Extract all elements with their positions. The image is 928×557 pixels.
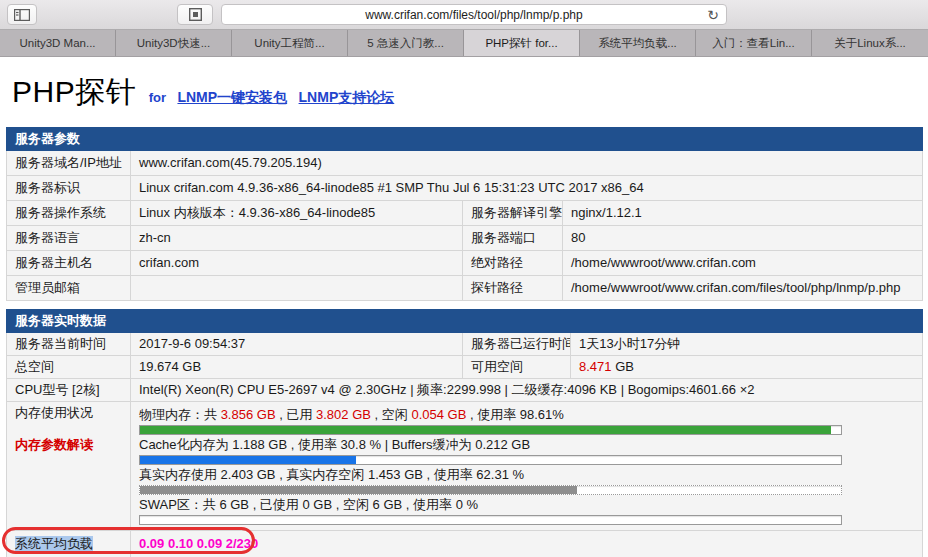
port-label: 服务器端口 [463, 226, 563, 251]
table-row: 服务器操作系统 Linux 内核版本：4.9.36-x86_64-linode8… [7, 201, 923, 226]
tab-unity3d-man[interactable]: Unity3D Man... [0, 30, 116, 56]
browser-toolbar: www.crifan.com/files/tool/php/lnmp/p.php… [0, 0, 928, 30]
table-row: 服务器域名/IP地址 www.crifan.com(45.79.205.194) [7, 151, 923, 176]
free-space-label: 可用空间 [463, 356, 571, 379]
probe-path-label: 探针路径 [463, 276, 563, 301]
swap-bar [139, 515, 842, 525]
memory-detail-cell: 物理内存：共 3.856 GB , 已用 3.802 GB , 空闲 0.054… [131, 402, 923, 531]
os-value: Linux 内核版本：4.9.36-x86_64-linode85 [131, 201, 463, 226]
table-row: 服务器标识 Linux crifan.com 4.9.36-x86_64-lin… [7, 176, 923, 201]
load-average-label-cell: 系统平均负载 [7, 531, 131, 557]
table-row: 服务器语言 zh-cn 服务器端口 80 [7, 226, 923, 251]
sidebar-button[interactable] [7, 4, 37, 25]
tab-unity-project[interactable]: Unity工程简... [232, 30, 348, 56]
url-bar[interactable]: www.crifan.com/files/tool/php/lnmp/p.php… [221, 4, 727, 25]
section-header-realtime: 服务器实时数据 [7, 310, 923, 333]
memory-params-link[interactable]: 内存参数解读 [15, 437, 122, 453]
engine-value: nginx/1.12.1 [563, 201, 923, 226]
load-average-value-cell: 0.09 0.10 0.09 2/230 [131, 531, 923, 557]
table-row: 服务器主机名 crifan.com 绝对路径 /home/wwwroot/www… [7, 251, 923, 276]
table-row: 管理员邮箱 探针路径 /home/wwwroot/www.crifan.com/… [7, 276, 923, 301]
language-label: 服务器语言 [7, 226, 131, 251]
probe-path-value: /home/wwwroot/www.crifan.com/files/tool/… [563, 276, 923, 301]
hostname-value: crifan.com [131, 251, 463, 276]
tab-quick-tutorial[interactable]: 5 急速入门教... [348, 30, 464, 56]
page-content: PHP探针 for LNMP一键安装包 LNMP支持论坛 服务器参数 服务器域名… [0, 57, 928, 557]
page-title: PHP探针 [12, 75, 136, 108]
engine-label: 服务器解译引擎 [463, 201, 563, 226]
section-header-params: 服务器参数 [7, 128, 923, 151]
physical-memory-bar [139, 425, 842, 435]
link-lnmp-forum[interactable]: LNMP支持论坛 [299, 89, 395, 105]
tab-intro-linux[interactable]: 入门：查看Lin... [696, 30, 812, 56]
cache-memory-bar [139, 455, 842, 465]
cache-memory-text: Cache化内存为 1.188 GB , 使用率 30.8 % | Buffer… [139, 437, 914, 453]
current-time-label: 服务器当前时间 [7, 333, 131, 356]
physical-memory-text: 物理内存：共 3.856 GB , 已用 3.802 GB , 空闲 0.054… [139, 407, 914, 423]
abs-path-label: 绝对路径 [463, 251, 563, 276]
real-memory-text: 真实内存使用 2.403 GB , 真实内存空闲 1.453 GB , 使用率 … [139, 467, 914, 483]
load-average-value: 0.09 0.10 0.09 2/230 [139, 536, 258, 551]
uptime-value: 1天13小时17分钟 [571, 333, 923, 356]
for-text: for [149, 90, 166, 105]
domain-label: 服务器域名/IP地址 [7, 151, 131, 176]
url-text: www.crifan.com/files/tool/php/lnmp/p.php [365, 8, 582, 22]
admin-email-label: 管理员邮箱 [7, 276, 131, 301]
free-space-value: 8.471 GB [571, 356, 923, 379]
tab-bar: Unity3D Man... Unity3D快速... Unity工程简... … [0, 30, 928, 57]
load-average-row: 系统平均负载 0.09 0.10 0.09 2/230 [7, 531, 923, 557]
tab-php-probe[interactable]: PHP探针 for... [464, 30, 580, 56]
link-lnmp-installer[interactable]: LNMP一键安装包 [177, 89, 287, 105]
page-header: PHP探针 for LNMP一键安装包 LNMP支持论坛 [0, 72, 928, 127]
realtime-table: 服务器实时数据 服务器当前时间 2017-9-6 09:54:37 服务器已运行… [6, 309, 923, 557]
table-row: 总空间 19.674 GB 可用空间 8.471 GB [7, 356, 923, 379]
server-id-label: 服务器标识 [7, 176, 131, 201]
admin-email-value [131, 276, 463, 301]
tab-overview-button[interactable] [177, 4, 213, 25]
memory-label-cell: 内存使用状况 内存参数解读 [7, 402, 131, 531]
server-params-table: 服务器参数 服务器域名/IP地址 www.crifan.com(45.79.20… [6, 127, 923, 301]
cpu-label: CPU型号 [2核] [7, 379, 131, 402]
uptime-label: 服务器已运行时间 [463, 333, 571, 356]
abs-path-value: /home/wwwroot/www.crifan.com [563, 251, 923, 276]
domain-value: www.crifan.com(45.79.205.194) [131, 151, 923, 176]
language-value: zh-cn [131, 226, 463, 251]
table-row: CPU型号 [2核] Intel(R) Xeon(R) CPU E5-2697 … [7, 379, 923, 402]
free-space-number: 8.471 [579, 359, 612, 374]
current-time-value: 2017-9-6 09:54:37 [131, 333, 463, 356]
memory-row: 内存使用状况 内存参数解读 物理内存：共 3.856 GB , 已用 3.802… [7, 402, 923, 531]
os-label: 服务器操作系统 [7, 201, 131, 226]
cpu-value: Intel(R) Xeon(R) CPU E5-2697 v4 @ 2.30GH… [131, 379, 923, 402]
reload-icon[interactable]: ↻ [707, 6, 719, 24]
sidebar-icon [14, 9, 30, 21]
load-average-label: 系统平均负载 [15, 536, 93, 551]
tab-about-linux[interactable]: 关于Linux系... [812, 30, 928, 56]
real-memory-bar [139, 485, 842, 495]
total-space-label: 总空间 [7, 356, 131, 379]
table-row: 服务器当前时间 2017-9-6 09:54:37 服务器已运行时间 1天13小… [7, 333, 923, 356]
server-id-value: Linux crifan.com 4.9.36-x86_64-linode85 … [131, 176, 923, 201]
tab-unity3d-quick[interactable]: Unity3D快速... [116, 30, 232, 56]
swap-text: SWAP区：共 6 GB , 已使用 0 GB , 空闲 6 GB , 使用率 … [139, 497, 914, 513]
memory-usage-label: 内存使用状况 [15, 405, 122, 421]
port-value: 80 [563, 226, 923, 251]
hostname-label: 服务器主机名 [7, 251, 131, 276]
total-space-value: 19.674 GB [131, 356, 463, 379]
tab-overview-icon [189, 8, 202, 21]
tab-load-average[interactable]: 系统平均负载... [580, 30, 696, 56]
